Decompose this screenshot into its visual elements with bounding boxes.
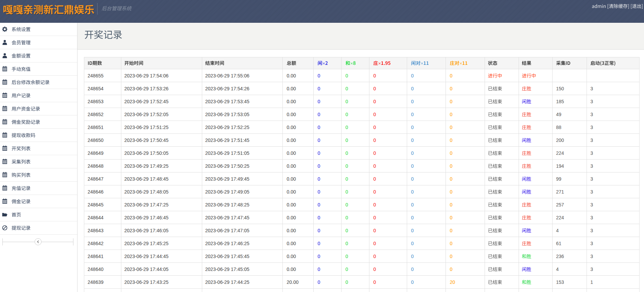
svg-text:0: 0: [411, 112, 414, 117]
svg-text:0: 0: [411, 215, 414, 220]
svg-text:236: 236: [556, 254, 564, 259]
svg-text:2023-06-29 17:47:25: 2023-06-29 17:47:25: [124, 202, 169, 207]
svg-text:0: 0: [346, 163, 348, 169]
svg-text:0: 0: [450, 241, 453, 246]
svg-text:2023-06-29 17:50:05: 2023-06-29 17:50:05: [124, 150, 169, 156]
svg-text:0: 0: [318, 189, 320, 195]
svg-text:3: 3: [590, 138, 593, 143]
svg-text:153: 153: [556, 279, 564, 285]
svg-text:2023-06-29 17:46:45: 2023-06-29 17:46:45: [124, 215, 169, 220]
svg-text:248640: 248640: [88, 267, 104, 272]
svg-text:2023-06-29 17:50:25: 2023-06-29 17:50:25: [205, 163, 249, 169]
svg-text:248642: 248642: [88, 241, 104, 246]
svg-text:224: 224: [556, 215, 564, 220]
svg-text:0: 0: [346, 112, 348, 117]
svg-text:0: 0: [373, 138, 376, 143]
svg-text:3: 3: [590, 163, 593, 169]
svg-text:0: 0: [411, 254, 414, 259]
svg-text:3: 3: [590, 254, 593, 259]
svg-text:2023-06-29 17:51:25: 2023-06-29 17:51:25: [124, 125, 169, 130]
svg-text:2023-06-29 17:54:26: 2023-06-29 17:54:26: [205, 86, 249, 91]
svg-text:0.00: 0.00: [287, 138, 296, 143]
svg-text:20: 20: [450, 279, 455, 285]
svg-text:0.00: 0.00: [287, 86, 296, 91]
svg-text:0: 0: [318, 163, 320, 169]
svg-text:0: 0: [318, 228, 320, 233]
svg-text:0: 0: [373, 86, 376, 91]
svg-text:2023-06-29 17:48:25: 2023-06-29 17:48:25: [205, 202, 249, 207]
svg-text:0: 0: [373, 73, 376, 78]
svg-text:0: 0: [346, 176, 348, 182]
svg-text:0: 0: [318, 112, 320, 117]
svg-text:0: 0: [450, 150, 453, 156]
svg-text:248641: 248641: [88, 254, 104, 259]
svg-text:0: 0: [318, 279, 320, 285]
svg-text:0.00: 0.00: [287, 163, 296, 169]
svg-text:0: 0: [373, 267, 376, 272]
svg-text:0.00: 0.00: [287, 228, 296, 233]
svg-text:4: 4: [556, 228, 559, 233]
svg-text:0: 0: [450, 267, 453, 272]
svg-text:0: 0: [411, 228, 414, 233]
svg-text:0: 0: [411, 176, 414, 182]
svg-text:248652: 248652: [88, 112, 104, 117]
svg-text:3: 3: [590, 241, 593, 246]
svg-text:0: 0: [346, 267, 348, 272]
svg-text:0: 0: [411, 163, 414, 169]
svg-text:0: 0: [373, 228, 376, 233]
svg-text:0: 0: [346, 86, 348, 91]
svg-text:2023-06-29 17:46:25: 2023-06-29 17:46:25: [205, 241, 249, 246]
svg-text:0: 0: [373, 189, 376, 195]
svg-text:0: 0: [450, 99, 453, 104]
svg-text:3: 3: [590, 228, 593, 233]
svg-text:3: 3: [590, 176, 593, 182]
svg-text:61: 61: [556, 241, 561, 246]
svg-text:271: 271: [556, 189, 564, 195]
svg-text:0: 0: [373, 176, 376, 182]
svg-text:2023-06-29 17:47:45: 2023-06-29 17:47:45: [205, 215, 249, 220]
svg-text:0: 0: [411, 279, 414, 285]
svg-text:2023-06-29 17:53:45: 2023-06-29 17:53:45: [205, 99, 249, 104]
svg-text:0: 0: [346, 241, 348, 246]
svg-text:0: 0: [411, 150, 414, 156]
svg-text:248645: 248645: [88, 202, 104, 207]
svg-text:2023-06-29 17:51:45: 2023-06-29 17:51:45: [205, 138, 249, 143]
svg-text:2023-06-29 17:53:26: 2023-06-29 17:53:26: [124, 86, 169, 91]
svg-text:0: 0: [346, 228, 348, 233]
svg-text:0: 0: [450, 73, 453, 78]
svg-text:49: 49: [556, 112, 561, 117]
svg-text:0: 0: [346, 150, 348, 156]
svg-text:0: 0: [450, 202, 453, 207]
svg-text:0: 0: [346, 99, 348, 104]
svg-text:248643: 248643: [88, 228, 104, 233]
svg-text:185: 185: [556, 99, 564, 104]
svg-text:0: 0: [346, 215, 348, 220]
svg-text:3: 3: [590, 189, 593, 195]
svg-text:2023-06-29 17:53:05: 2023-06-29 17:53:05: [205, 112, 249, 117]
svg-text:2023-06-29 17:52:25: 2023-06-29 17:52:25: [205, 125, 249, 130]
svg-text:0.00: 0.00: [287, 99, 296, 104]
svg-text:3: 3: [590, 112, 593, 117]
svg-text:2023-06-29 17:45:45: 2023-06-29 17:45:45: [205, 254, 249, 259]
svg-text:2023-06-29 17:44:45: 2023-06-29 17:44:45: [124, 254, 169, 259]
svg-text:0: 0: [346, 189, 348, 195]
svg-text:2023-06-29 17:45:05: 2023-06-29 17:45:05: [205, 267, 249, 272]
svg-text:0: 0: [346, 125, 348, 130]
svg-text:0.00: 0.00: [287, 125, 296, 130]
svg-text:0: 0: [450, 254, 453, 259]
svg-text:2023-06-29 17:54:06: 2023-06-29 17:54:06: [124, 73, 169, 78]
svg-text:2023-06-29 17:50:45: 2023-06-29 17:50:45: [124, 138, 169, 143]
svg-text:0: 0: [373, 254, 376, 259]
svg-text:0: 0: [373, 279, 376, 285]
svg-text:0: 0: [373, 241, 376, 246]
svg-text:0: 0: [450, 112, 453, 117]
svg-text:200: 200: [556, 138, 564, 143]
svg-text:2023-06-29 17:48:05: 2023-06-29 17:48:05: [124, 189, 169, 195]
svg-text:3: 3: [590, 267, 593, 272]
svg-text:0: 0: [450, 176, 453, 182]
svg-text:2023-06-29 17:48:45: 2023-06-29 17:48:45: [124, 176, 169, 182]
svg-text:0: 0: [318, 215, 320, 220]
svg-text:0.00: 0.00: [287, 241, 296, 246]
svg-text:0: 0: [373, 150, 376, 156]
svg-text:3: 3: [590, 99, 593, 104]
